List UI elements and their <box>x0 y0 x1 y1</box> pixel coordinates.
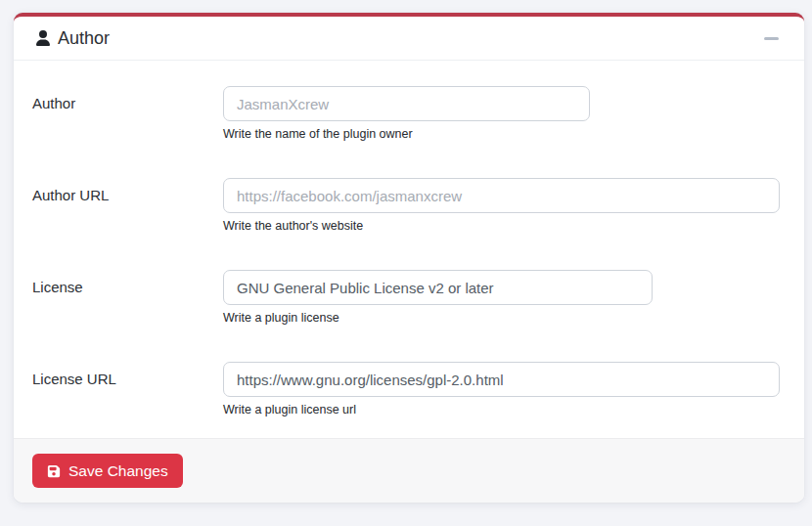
save-button-label: Save Changes <box>68 462 168 480</box>
field-row-author: Author Write the name of the plugin owne… <box>32 86 780 141</box>
license-label: License <box>32 270 223 325</box>
license-url-input[interactable] <box>223 362 780 397</box>
author-settings-card: Author Author Write the name of the plug… <box>14 13 804 503</box>
license-help-text: Write a plugin license <box>223 311 653 325</box>
field-main: Write the name of the plugin owner <box>223 86 590 141</box>
card-header: Author <box>14 17 804 61</box>
license-input[interactable] <box>223 270 653 305</box>
card-body: Author Write the name of the plugin owne… <box>14 61 804 438</box>
field-main: Write a plugin license <box>223 270 653 325</box>
field-row-author-url: Author URL Write the author's website <box>32 178 780 233</box>
minus-icon <box>764 37 779 40</box>
field-main: Write a plugin license url <box>223 362 780 416</box>
author-input[interactable] <box>223 86 590 121</box>
author-label: Author <box>32 86 223 141</box>
user-icon <box>35 30 51 46</box>
save-changes-button[interactable]: Save Changes <box>32 454 183 488</box>
field-row-license: License Write a plugin license <box>32 270 780 325</box>
floppy-disk-icon <box>47 464 61 478</box>
field-main: Write the author's website <box>223 178 780 233</box>
license-url-help-text: Write a plugin license url <box>223 403 780 416</box>
collapse-button[interactable] <box>761 28 781 48</box>
author-help-text: Write the name of the plugin owner <box>223 127 590 141</box>
card-title: Author <box>58 28 110 49</box>
license-url-label: License URL <box>32 362 223 416</box>
author-url-help-text: Write the author's website <box>223 219 780 233</box>
author-url-input[interactable] <box>223 178 780 213</box>
author-url-label: Author URL <box>32 178 223 233</box>
field-row-license-url: License URL Write a plugin license url <box>32 362 780 416</box>
card-footer: Save Changes <box>14 438 804 503</box>
